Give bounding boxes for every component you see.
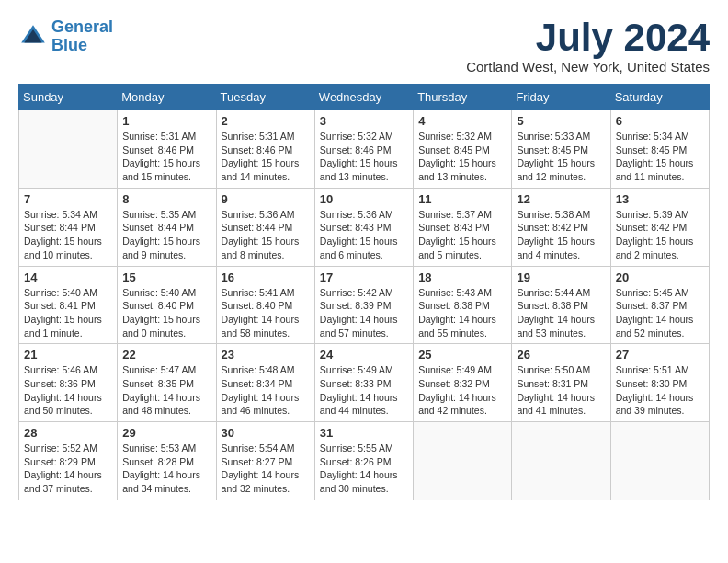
- cell-content: Sunrise: 5:34 AM Sunset: 8:45 PM Dayligh…: [616, 130, 704, 184]
- cell-content: Sunrise: 5:32 AM Sunset: 8:45 PM Dayligh…: [418, 130, 506, 184]
- cell-content: Sunrise: 5:38 AM Sunset: 8:42 PM Dayligh…: [517, 208, 605, 262]
- day-header-monday: Monday: [118, 85, 216, 110]
- calendar-cell: 5Sunrise: 5:33 AM Sunset: 8:45 PM Daylig…: [512, 110, 610, 189]
- cell-content: Sunrise: 5:31 AM Sunset: 8:46 PM Dayligh…: [222, 130, 310, 184]
- calendar-cell: 6Sunrise: 5:34 AM Sunset: 8:45 PM Daylig…: [610, 110, 709, 189]
- day-number: 19: [517, 270, 605, 284]
- calendar-cell: 31Sunrise: 5:55 AM Sunset: 8:26 PM Dayli…: [314, 422, 413, 500]
- calendar-cell: 25Sunrise: 5:49 AM Sunset: 8:32 PM Dayli…: [414, 344, 512, 422]
- calendar-cell: 4Sunrise: 5:32 AM Sunset: 8:45 PM Daylig…: [414, 110, 512, 189]
- day-number: 29: [122, 426, 210, 440]
- calendar-cell: 10Sunrise: 5:36 AM Sunset: 8:43 PM Dayli…: [314, 188, 413, 266]
- cell-content: Sunrise: 5:50 AM Sunset: 8:31 PM Dayligh…: [517, 363, 605, 418]
- day-number: 28: [24, 426, 112, 440]
- cell-content: Sunrise: 5:52 AM Sunset: 8:29 PM Dayligh…: [24, 442, 112, 496]
- day-number: 24: [320, 348, 408, 362]
- day-number: 22: [122, 348, 210, 362]
- day-number: 20: [616, 270, 704, 284]
- cell-content: Sunrise: 5:44 AM Sunset: 8:38 PM Dayligh…: [517, 286, 605, 340]
- calendar-cell: 14Sunrise: 5:40 AM Sunset: 8:41 PM Dayli…: [19, 266, 118, 344]
- logo-blue: Blue: [51, 36, 87, 54]
- calendar-cell: 28Sunrise: 5:52 AM Sunset: 8:29 PM Dayli…: [19, 422, 118, 500]
- calendar-cell: 29Sunrise: 5:53 AM Sunset: 8:28 PM Dayli…: [118, 422, 216, 500]
- cell-content: Sunrise: 5:41 AM Sunset: 8:40 PM Dayligh…: [222, 286, 310, 340]
- day-header-tuesday: Tuesday: [216, 85, 314, 110]
- day-header-thursday: Thursday: [414, 85, 512, 110]
- calendar-cell: 18Sunrise: 5:43 AM Sunset: 8:38 PM Dayli…: [414, 266, 512, 344]
- day-number: 1: [122, 114, 210, 128]
- logo-icon: [18, 22, 48, 52]
- calendar-cell: 26Sunrise: 5:50 AM Sunset: 8:31 PM Dayli…: [512, 344, 610, 422]
- calendar-cell: 11Sunrise: 5:37 AM Sunset: 8:43 PM Dayli…: [414, 188, 512, 266]
- day-number: 4: [418, 114, 506, 128]
- day-number: 25: [418, 348, 506, 362]
- day-number: 14: [24, 270, 112, 284]
- cell-content: Sunrise: 5:43 AM Sunset: 8:38 PM Dayligh…: [418, 286, 506, 340]
- calendar-cell: 1Sunrise: 5:31 AM Sunset: 8:46 PM Daylig…: [118, 110, 216, 189]
- cell-content: Sunrise: 5:48 AM Sunset: 8:34 PM Dayligh…: [222, 363, 310, 418]
- cell-content: Sunrise: 5:46 AM Sunset: 8:36 PM Dayligh…: [24, 363, 112, 418]
- calendar-header-row: SundayMondayTuesdayWednesdayThursdayFrid…: [19, 85, 710, 110]
- calendar-cell: 24Sunrise: 5:49 AM Sunset: 8:33 PM Dayli…: [314, 344, 413, 422]
- calendar-cell: 16Sunrise: 5:41 AM Sunset: 8:40 PM Dayli…: [216, 266, 314, 344]
- cell-content: Sunrise: 5:37 AM Sunset: 8:43 PM Dayligh…: [418, 208, 506, 262]
- day-number: 5: [517, 114, 605, 128]
- cell-content: Sunrise: 5:35 AM Sunset: 8:44 PM Dayligh…: [122, 208, 210, 262]
- title-area: July 2024 Cortland West, New York, Unite…: [466, 18, 710, 75]
- day-number: 11: [418, 192, 506, 206]
- calendar-cell: [414, 422, 512, 500]
- calendar-cell: 9Sunrise: 5:36 AM Sunset: 8:44 PM Daylig…: [216, 188, 314, 266]
- calendar-cell: 2Sunrise: 5:31 AM Sunset: 8:46 PM Daylig…: [216, 110, 314, 189]
- day-number: 10: [320, 192, 408, 206]
- calendar-cell: 21Sunrise: 5:46 AM Sunset: 8:36 PM Dayli…: [19, 344, 118, 422]
- calendar-cell: 30Sunrise: 5:54 AM Sunset: 8:27 PM Dayli…: [216, 422, 314, 500]
- day-number: 8: [122, 192, 210, 206]
- cell-content: Sunrise: 5:36 AM Sunset: 8:44 PM Dayligh…: [222, 208, 310, 262]
- day-number: 18: [418, 270, 506, 284]
- cell-content: Sunrise: 5:55 AM Sunset: 8:26 PM Dayligh…: [320, 442, 408, 496]
- calendar-week-0: 1Sunrise: 5:31 AM Sunset: 8:46 PM Daylig…: [19, 110, 710, 189]
- day-number: 7: [24, 192, 112, 206]
- month-title: July 2024: [466, 18, 710, 57]
- calendar-table: SundayMondayTuesdayWednesdayThursdayFrid…: [18, 84, 710, 500]
- calendar-cell: [610, 422, 709, 500]
- day-header-saturday: Saturday: [610, 85, 709, 110]
- logo: General Blue: [18, 18, 113, 55]
- cell-content: Sunrise: 5:49 AM Sunset: 8:32 PM Dayligh…: [418, 363, 506, 418]
- day-header-friday: Friday: [512, 85, 610, 110]
- calendar-cell: 7Sunrise: 5:34 AM Sunset: 8:44 PM Daylig…: [19, 188, 118, 266]
- calendar-cell: 15Sunrise: 5:40 AM Sunset: 8:40 PM Dayli…: [118, 266, 216, 344]
- day-number: 15: [122, 270, 210, 284]
- cell-content: Sunrise: 5:51 AM Sunset: 8:30 PM Dayligh…: [616, 363, 704, 418]
- cell-content: Sunrise: 5:47 AM Sunset: 8:35 PM Dayligh…: [122, 363, 210, 418]
- calendar-cell: [512, 422, 610, 500]
- calendar-cell: 27Sunrise: 5:51 AM Sunset: 8:30 PM Dayli…: [610, 344, 709, 422]
- day-number: 16: [222, 270, 310, 284]
- calendar-cell: 22Sunrise: 5:47 AM Sunset: 8:35 PM Dayli…: [118, 344, 216, 422]
- day-header-wednesday: Wednesday: [314, 85, 413, 110]
- cell-content: Sunrise: 5:53 AM Sunset: 8:28 PM Dayligh…: [122, 442, 210, 496]
- location: Cortland West, New York, United States: [466, 59, 710, 75]
- calendar-cell: 12Sunrise: 5:38 AM Sunset: 8:42 PM Dayli…: [512, 188, 610, 266]
- day-number: 30: [222, 426, 310, 440]
- cell-content: Sunrise: 5:34 AM Sunset: 8:44 PM Dayligh…: [24, 208, 112, 262]
- day-number: 23: [222, 348, 310, 362]
- page-header: General Blue July 2024 Cortland West, Ne…: [18, 18, 710, 75]
- day-number: 9: [222, 192, 310, 206]
- calendar-cell: 8Sunrise: 5:35 AM Sunset: 8:44 PM Daylig…: [118, 188, 216, 266]
- calendar-week-2: 14Sunrise: 5:40 AM Sunset: 8:41 PM Dayli…: [19, 266, 710, 344]
- day-number: 17: [320, 270, 408, 284]
- cell-content: Sunrise: 5:45 AM Sunset: 8:37 PM Dayligh…: [616, 286, 704, 340]
- calendar-cell: 17Sunrise: 5:42 AM Sunset: 8:39 PM Dayli…: [314, 266, 413, 344]
- cell-content: Sunrise: 5:36 AM Sunset: 8:43 PM Dayligh…: [320, 208, 408, 262]
- cell-content: Sunrise: 5:31 AM Sunset: 8:46 PM Dayligh…: [122, 130, 210, 184]
- cell-content: Sunrise: 5:33 AM Sunset: 8:45 PM Dayligh…: [517, 130, 605, 184]
- calendar-cell: 19Sunrise: 5:44 AM Sunset: 8:38 PM Dayli…: [512, 266, 610, 344]
- calendar-week-1: 7Sunrise: 5:34 AM Sunset: 8:44 PM Daylig…: [19, 188, 710, 266]
- day-number: 13: [616, 192, 704, 206]
- calendar-week-4: 28Sunrise: 5:52 AM Sunset: 8:29 PM Dayli…: [19, 422, 710, 500]
- cell-content: Sunrise: 5:39 AM Sunset: 8:42 PM Dayligh…: [616, 208, 704, 262]
- day-number: 27: [616, 348, 704, 362]
- cell-content: Sunrise: 5:40 AM Sunset: 8:41 PM Dayligh…: [24, 286, 112, 340]
- cell-content: Sunrise: 5:54 AM Sunset: 8:27 PM Dayligh…: [222, 442, 310, 496]
